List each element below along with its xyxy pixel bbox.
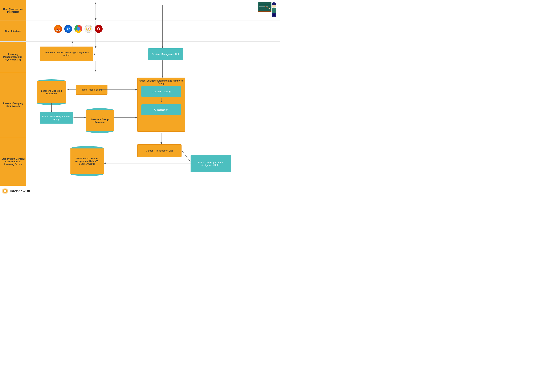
learners-group-cylinder: Learners Group Database [86,108,114,133]
ie-icon: ℯ [64,25,72,33]
ui-label: User Interface [0,21,26,42]
user-label: User ( learner and instructor) [0,0,26,21]
chrome-icon [75,25,82,33]
safari-icon: 🧭 [84,25,93,33]
learner-model-agent-box: earner model agent [76,85,107,95]
classification-box: Classification [141,104,181,115]
svg-rect-7 [272,8,276,14]
teacher-figure [258,1,278,21]
content-presentation-box: Content Presentation Unit [137,144,182,157]
other-components-box: Other components of learning management … [40,46,93,61]
learners-modeling-cylinder: Learners Modeling Database [37,79,66,105]
firefox-icon: 🦊 [54,25,62,33]
svg-marker-13 [160,101,162,102]
unit-creating-rules-box: Unit of Creating Content Assignment Rule… [191,155,231,172]
content-assignment-rules-cylinder: Database of content Assignment Rules To … [70,146,104,176]
unit-learner-assignment-box: Unit of Learner's Assignment to Identify… [137,78,185,132]
logo: InterviewBit [2,188,30,194]
logo-icon [2,188,8,194]
svg-point-6 [272,2,276,5]
svg-rect-8 [272,13,274,17]
content-assignment-label: Sub-system Content Assignment to Learnin… [0,137,26,186]
opera-icon: O [95,25,102,33]
classifier-training-box: Classifier Training [141,86,181,97]
learner-grouping-label: Learner Grouping Sub-system [0,72,26,137]
content-management-box: Content Management Unit [148,48,183,60]
lms-label: Learning Management sub-System (LMS) [0,42,26,72]
diagram-container: User ( learner and instructor) User Inte… [0,0,280,196]
identifying-group-box: Unit of Identifiying learner's group [40,112,73,124]
svg-rect-9 [274,13,276,17]
browser-icons-row: 🦊 ℯ 🧭 O [54,25,102,33]
svg-rect-4 [258,11,271,12]
